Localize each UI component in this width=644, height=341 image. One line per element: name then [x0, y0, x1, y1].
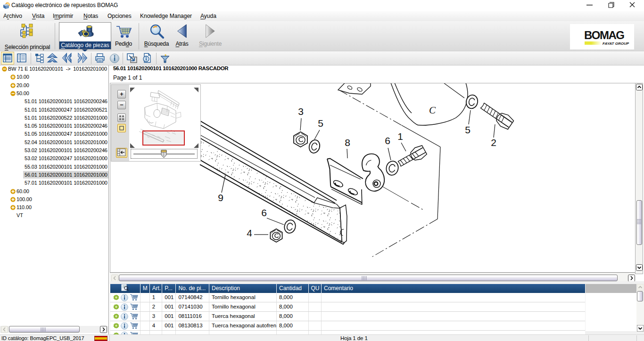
- svg-text:2: 2: [491, 137, 496, 148]
- svg-text:9: 9: [218, 192, 223, 203]
- svg-text:3: 3: [298, 106, 304, 117]
- svg-text:8: 8: [345, 137, 350, 148]
- svg-text:1: 1: [397, 131, 403, 142]
- svg-text:BOMAG: BOMAG: [584, 29, 624, 41]
- svg-text:6: 6: [385, 135, 390, 146]
- svg-text:C: C: [429, 105, 436, 116]
- svg-text:6: 6: [261, 207, 267, 218]
- svg-text:FAYAT GROUP: FAYAT GROUP: [603, 41, 629, 46]
- svg-text:4: 4: [247, 227, 252, 238]
- svg-text:5: 5: [465, 124, 471, 135]
- svg-text:5: 5: [318, 118, 323, 129]
